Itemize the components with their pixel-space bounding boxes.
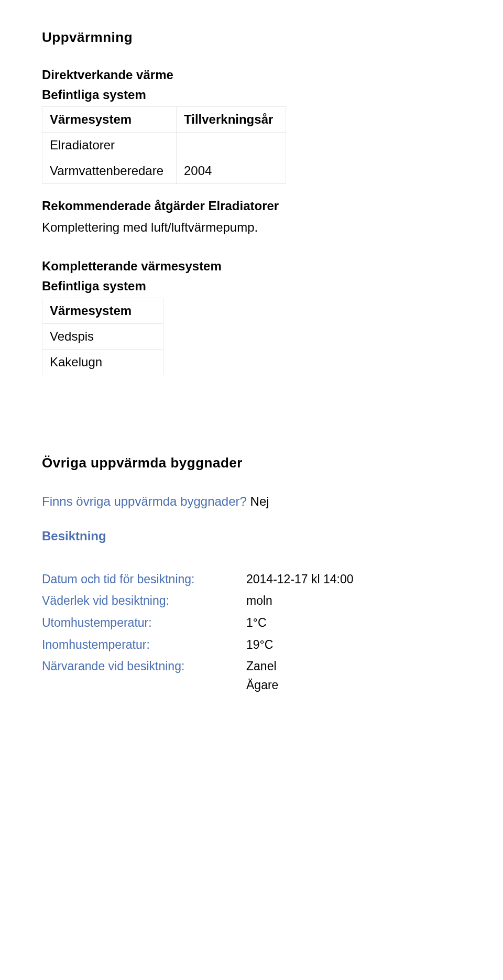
kv-row: Datum och tid för besiktning: 2014-12-17… bbox=[42, 569, 354, 591]
table-header-row: Värmesystem Tillverkningsår bbox=[42, 107, 286, 133]
subheading-besiktning: Besiktning bbox=[42, 529, 461, 543]
cell-system: Elradiatorer bbox=[42, 133, 177, 158]
table-header-row: Värmesystem bbox=[42, 298, 163, 323]
table-kompletterande: Värmesystem Vedspis Kakelugn bbox=[42, 298, 163, 375]
kv-key: Inomhustemperatur: bbox=[42, 634, 246, 656]
cell-system: Kakelugn bbox=[42, 349, 163, 375]
cell-year bbox=[177, 133, 286, 158]
table-row: Varmvattenberedare 2004 bbox=[42, 158, 286, 184]
col-header-varmesystem: Värmesystem bbox=[42, 107, 177, 133]
col-header-tillverkningsar: Tillverkningsår bbox=[177, 107, 286, 133]
kv-key: Väderlek vid besiktning: bbox=[42, 590, 246, 612]
subheading-rekommenderade: Rekommenderade åtgärder Elradiatorer bbox=[42, 199, 461, 213]
section-heading-ovriga: Övriga uppvärmda byggnader bbox=[42, 455, 461, 471]
kv-key: Datum och tid för besiktning: bbox=[42, 569, 246, 591]
subheading-befintliga-1: Befintliga system bbox=[42, 88, 461, 102]
kv-value: 1°C bbox=[246, 612, 354, 634]
kv-row: Inomhustemperatur: 19°C bbox=[42, 634, 354, 656]
kv-value: Zanel Ägare bbox=[246, 656, 354, 696]
kv-row: Närvarande vid besiktning: Zanel Ägare bbox=[42, 656, 354, 696]
cell-system: Vedspis bbox=[42, 323, 163, 349]
col-header-varmesystem2: Värmesystem bbox=[42, 298, 163, 323]
subheading-kompletterande: Kompletterande värmesystem bbox=[42, 259, 461, 274]
ovriga-label: Finns övriga uppvärmda byggnader? bbox=[42, 494, 250, 508]
table-row: Vedspis bbox=[42, 323, 163, 349]
table-row: Kakelugn bbox=[42, 349, 163, 375]
besiktning-table: Datum och tid för besiktning: 2014-12-17… bbox=[42, 569, 354, 696]
kv-row: Väderlek vid besiktning: moln bbox=[42, 590, 354, 612]
table-row: Elradiatorer bbox=[42, 133, 286, 158]
kv-value: moln bbox=[246, 590, 354, 612]
cell-year: 2004 bbox=[177, 158, 286, 184]
ovriga-line: Finns övriga uppvärmda byggnader? Nej bbox=[42, 494, 461, 509]
document-page: Uppvärmning Direktverkande värme Befintl… bbox=[0, 0, 503, 717]
cell-system: Varmvattenberedare bbox=[42, 158, 177, 184]
kv-key: Utomhustemperatur: bbox=[42, 612, 246, 634]
kv-value: 2014-12-17 kl 14:00 bbox=[246, 569, 354, 591]
kv-row: Utomhustemperatur: 1°C bbox=[42, 612, 354, 634]
subheading-befintliga-2: Befintliga system bbox=[42, 279, 461, 293]
subheading-direktverkande: Direktverkande värme bbox=[42, 68, 461, 82]
rekommend-body: Komplettering med luft/luftvärmepump. bbox=[42, 219, 461, 237]
kv-value: 19°C bbox=[246, 634, 354, 656]
section-heading-uppvarmning: Uppvärmning bbox=[42, 29, 461, 46]
ovriga-value: Nej bbox=[250, 494, 269, 508]
table-direkt-system: Värmesystem Tillverkningsår Elradiatorer… bbox=[42, 106, 286, 184]
spacer bbox=[42, 397, 461, 455]
kv-key: Närvarande vid besiktning: bbox=[42, 656, 246, 696]
